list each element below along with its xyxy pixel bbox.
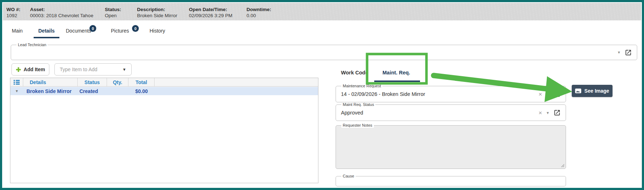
lead-technician-label: Lead Technician (16, 43, 48, 47)
add-item-label: Add Item (24, 67, 45, 72)
column-header-filler (155, 78, 318, 86)
asset-label: Asset: (30, 7, 45, 12)
see-image-label: See Image (584, 88, 609, 94)
open-in-new-icon[interactable] (553, 91, 561, 98)
column-header-details[interactable]: Details (23, 78, 78, 86)
work-order-items-table: Details Status Qty. Total ▼ Broken Side … (10, 78, 318, 183)
requester-notes-label: Requester Notes (341, 123, 374, 128)
open-in-new-icon[interactable] (553, 109, 561, 116)
status-value: Open (105, 13, 117, 18)
row-qty-cell (107, 87, 128, 95)
plus-icon (16, 67, 21, 72)
tab-details-underline (34, 37, 59, 38)
clear-icon[interactable]: × (538, 110, 542, 116)
column-header-qty[interactable]: Qty. (107, 78, 128, 86)
table-row[interactable]: ▼ Broken Side Mirror Created $0.00 (10, 87, 318, 95)
add-item-button[interactable]: Add Item (11, 63, 49, 75)
list-columns-icon (14, 80, 20, 85)
maintenance-request-combobox[interactable]: Maintenance Request 14 - 02/09/2026 - Br… (336, 86, 566, 102)
clear-icon[interactable]: × (538, 91, 542, 97)
column-menu-header[interactable] (10, 78, 23, 86)
wo-number-label: WO #: (6, 7, 20, 12)
requester-notes-textarea[interactable]: Requester Notes (336, 125, 566, 169)
items-table-header: Details Status Qty. Total (10, 78, 318, 87)
description-label: Description: (137, 7, 165, 12)
downtime-label: Downtime: (247, 7, 271, 12)
chevron-down-icon[interactable]: ▼ (546, 111, 550, 115)
description-value: Broken Side Mirror (137, 13, 177, 18)
tab-work-code[interactable]: Work Code (341, 70, 368, 75)
lead-technician-combobox[interactable]: Lead Technician ▼ (11, 45, 637, 60)
documents-count-badge: 0 (89, 25, 96, 32)
tab-history[interactable]: History (150, 28, 165, 34)
tab-maint-req-underline (374, 81, 420, 82)
downtime-value: 0.00 (247, 13, 256, 18)
pictures-count-badge: 0 (132, 25, 139, 32)
see-image-button[interactable]: See Image (572, 85, 613, 97)
chevron-down-icon[interactable]: ▼ (617, 50, 621, 54)
maint-req-status-combobox[interactable]: Maint Req. Status Approved × ▼ (336, 104, 566, 121)
open-datetime-label: Open Date/Time: (189, 7, 227, 12)
chevron-down-icon[interactable]: ▼ (546, 92, 550, 96)
cause-label: Cause (341, 174, 356, 179)
work-order-window: WO #: 1092 Asset: 00003: 2018 Chevrolet … (0, 0, 644, 190)
row-expander-icon[interactable]: ▼ (15, 89, 19, 93)
open-in-new-icon[interactable] (625, 49, 632, 56)
asset-value: 00003: 2018 Chevrolet Tahoe (30, 13, 93, 18)
maintenance-request-value: 14 - 02/09/2026 - Broken Side Mirror (341, 91, 425, 97)
column-header-total[interactable]: Total (128, 78, 155, 86)
tab-pictures[interactable]: Pictures (111, 28, 129, 34)
row-details-cell: Broken Side Mirror (23, 87, 78, 95)
cause-input[interactable]: Cause (336, 176, 566, 186)
tab-maint-req[interactable]: Maint. Req. (382, 70, 410, 75)
maintenance-request-label: Maintenance Request (341, 84, 382, 88)
tab-documents[interactable]: Documents (66, 28, 91, 34)
resize-handle-icon[interactable] (561, 164, 565, 167)
chevron-down-icon: ▼ (122, 67, 126, 72)
work-order-summary-bar: WO #: 1092 Asset: 00003: 2018 Chevrolet … (3, 3, 641, 20)
maint-req-status-value: Approved (341, 110, 363, 116)
type-item-placeholder: Type Item to Add (60, 67, 122, 72)
column-header-status[interactable]: Status (78, 78, 107, 86)
type-item-dropdown[interactable]: Type Item to Add ▼ (54, 63, 132, 75)
tab-main[interactable]: Main (12, 28, 23, 34)
row-total-cell: $0.00 (128, 87, 155, 95)
wo-number-value: 1092 (6, 13, 17, 18)
row-status-cell: Created (78, 87, 107, 95)
maint-req-status-label: Maint Req. Status (341, 102, 375, 107)
status-label: Status: (105, 7, 121, 12)
image-icon (575, 88, 581, 93)
tab-details[interactable]: Details (38, 28, 55, 34)
open-datetime-value: 02/09/2026 3:29 PM (189, 13, 233, 18)
